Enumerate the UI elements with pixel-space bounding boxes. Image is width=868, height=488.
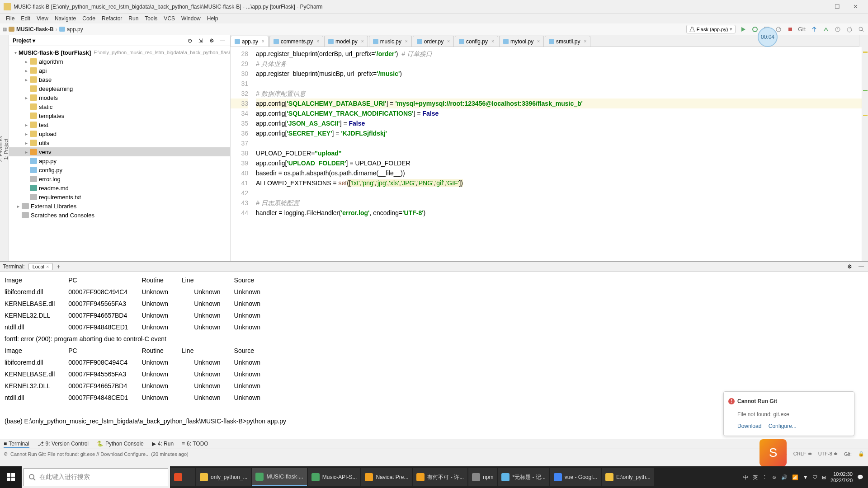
close-button[interactable]: ✕ <box>846 0 864 13</box>
tray-apps-icon[interactable]: ⊞ <box>822 474 826 480</box>
stop-button[interactable] <box>786 25 794 33</box>
tree-item-error-log[interactable]: error.log <box>9 174 230 183</box>
tray-security-icon[interactable]: 🛡 <box>812 474 817 480</box>
close-tab-icon[interactable]: × <box>361 39 364 44</box>
tree-item-config-py[interactable]: config.py <box>9 165 230 174</box>
tray-input-icon[interactable]: 英 <box>753 474 758 481</box>
search-everywhere-button[interactable] <box>857 25 865 33</box>
menu-tools[interactable]: Tools <box>142 15 160 22</box>
settings-icon[interactable]: ⚙ <box>208 37 216 45</box>
terminal-settings-icon[interactable]: ⚙ <box>845 263 854 271</box>
tray-network-icon[interactable]: ⋮ <box>762 474 767 480</box>
tree-item-scratches-and-consoles[interactable]: Scratches and Consoles <box>9 211 230 220</box>
tool-tab-terminal[interactable]: ■Terminal <box>4 441 29 448</box>
tool-tab-9-version-control[interactable]: ⎇9: Version Control <box>38 441 89 448</box>
tray-wifi-icon[interactable]: 📶 <box>792 474 798 480</box>
tree-item-static[interactable]: static <box>9 102 230 111</box>
tree-item-requirements-txt[interactable]: requirements.txt <box>9 192 230 202</box>
tray-volume-icon[interactable]: 🔊 <box>781 474 788 480</box>
menu-view[interactable]: View <box>33 15 52 22</box>
notify-download-link[interactable]: Download <box>737 423 761 429</box>
tray-battery-icon[interactable]: ▼ <box>803 474 808 480</box>
taskbar-app[interactable]: E:\only_pyth... <box>602 468 654 486</box>
maximize-button[interactable]: ☐ <box>828 0 846 13</box>
line-separator[interactable]: CRLF ≑ <box>793 451 812 457</box>
editor-tab-comments-py[interactable]: comments.py× <box>269 36 323 47</box>
tree-item-test[interactable]: ▸test <box>9 120 230 129</box>
editor-error-stripe[interactable] <box>862 47 868 261</box>
tool-tab-python-console[interactable]: 🐍Python Console <box>97 441 144 448</box>
taskbar-app[interactable]: Navicat Pre... <box>361 468 412 486</box>
close-tab-icon[interactable]: × <box>491 39 494 44</box>
taskbar-app[interactable]: Music-API-S... <box>308 468 361 486</box>
tree-item-external-libraries[interactable]: ▸External Libraries <box>9 202 230 211</box>
menu-code[interactable]: Code <box>79 15 99 22</box>
code-area[interactable]: app.register_blueprint(orderBp, url_pref… <box>252 47 868 261</box>
notify-configure-link[interactable]: Configure... <box>769 423 797 429</box>
tray-ime-icon[interactable]: 中 <box>743 474 748 481</box>
tree-item-app-py[interactable]: app.py <box>9 156 230 165</box>
minimize-button[interactable]: — <box>810 0 828 13</box>
taskbar-app[interactable]: MUSIC-flask-... <box>252 468 307 486</box>
git-revert-button[interactable] <box>845 25 854 33</box>
terminal-output[interactable]: ImagePCRoutineLineSourcelibifcoremd.dll0… <box>0 272 868 439</box>
tree-item-upload[interactable]: ▸upload <box>9 129 230 138</box>
menu-run[interactable]: Run <box>125 15 142 22</box>
terminal-tab-local[interactable]: Local× <box>28 263 53 270</box>
close-tab-icon[interactable]: × <box>405 39 408 44</box>
hide-icon[interactable]: — <box>218 37 226 45</box>
tool-tab-6-todo[interactable]: ≡6: TODO <box>182 441 208 448</box>
close-tab-icon[interactable]: × <box>262 39 264 44</box>
terminal-new-tab[interactable]: + <box>57 263 60 270</box>
git-update-button[interactable] <box>810 25 818 33</box>
taskbar-app[interactable]: only_python_... <box>196 468 251 486</box>
tree-item-readme-md[interactable]: readme.md <box>9 183 230 192</box>
tree-item-deeplearning[interactable]: deeplearning <box>9 84 230 93</box>
close-tab-icon[interactable]: × <box>316 39 319 44</box>
git-history-button[interactable] <box>834 25 842 33</box>
menu-navigate[interactable]: Navigate <box>52 15 79 22</box>
breadcrumb-file[interactable]: app.py <box>59 26 83 33</box>
code-editor[interactable]: 2829303132333435363738394041424344 app.r… <box>231 47 868 261</box>
close-tab-icon[interactable]: × <box>584 39 586 44</box>
tree-item-algorithm[interactable]: ▸algorithm <box>9 57 230 66</box>
terminal-hide-icon[interactable]: — <box>857 263 865 271</box>
tool-tab-4-run[interactable]: ▶4: Run <box>152 441 174 448</box>
breadcrumb-root[interactable]: MUSIC-flask-B <box>9 26 54 33</box>
status-message[interactable]: Cannot Run Git: File not found: git.exe … <box>10 451 189 457</box>
menu-vcs[interactable]: VCS <box>160 15 178 22</box>
taskbar-app[interactable]: *无标题 - 记... <box>498 468 549 486</box>
taskbar-app[interactable]: npm <box>468 468 497 486</box>
editor-tab-app-py[interactable]: app.py× <box>231 36 269 47</box>
debug-button[interactable] <box>751 25 759 33</box>
project-tool-tab[interactable]: 1: Project <box>3 139 9 160</box>
editor-tab-model-py[interactable]: model.py× <box>324 36 368 47</box>
readonly-lock-icon[interactable]: 🔒 <box>858 451 864 457</box>
menu-edit[interactable]: Edit <box>18 15 33 22</box>
menu-refactor[interactable]: Refactor <box>99 15 125 22</box>
run-config-selector[interactable]: Flask (app.py) ▾ <box>686 25 736 33</box>
menu-help[interactable]: Help <box>204 15 222 22</box>
expand-all-icon[interactable]: ⇲ <box>197 37 205 45</box>
tree-item-venv[interactable]: ▸venv <box>9 147 230 156</box>
project-pane-title[interactable]: Project ▾ <box>13 38 35 44</box>
git-commit-button[interactable] <box>822 25 830 33</box>
taskbar-app[interactable]: vue - Googl... <box>550 468 601 486</box>
tree-item-api[interactable]: ▸api <box>9 66 230 75</box>
start-button[interactable] <box>0 466 22 488</box>
locate-icon[interactable]: ⊙ <box>186 37 194 45</box>
system-clock[interactable]: 10:02:302022/7/20 <box>830 471 853 483</box>
close-tab-icon[interactable]: × <box>447 39 450 44</box>
tree-item-templates[interactable]: templates <box>9 111 230 120</box>
tree-item-base[interactable]: ▸base <box>9 75 230 84</box>
taskbar-app[interactable] <box>170 468 195 486</box>
tray-user-icon[interactable]: ☺ <box>772 474 777 480</box>
run-button[interactable] <box>739 25 747 33</box>
tree-item-models[interactable]: ▸models <box>9 93 230 102</box>
menu-file[interactable]: File <box>3 15 18 22</box>
editor-tab-order-py[interactable]: order.py× <box>413 36 454 47</box>
git-branch[interactable]: Git: <box>844 451 852 457</box>
menu-window[interactable]: Window <box>178 15 204 22</box>
tree-root[interactable]: ▾MUSIC-flask-B [tourFlask]E:\only_python… <box>9 48 230 57</box>
favorites-tool-tab[interactable]: 2: Favorites <box>0 136 3 162</box>
